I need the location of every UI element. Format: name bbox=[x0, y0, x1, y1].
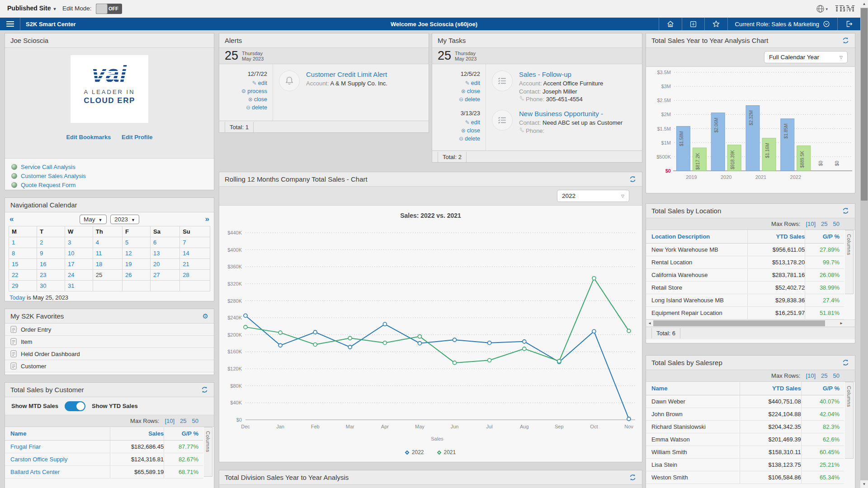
calendar-day[interactable]: 13 bbox=[150, 248, 179, 259]
calendar-day[interactable]: 12 bbox=[123, 248, 151, 259]
legend-item[interactable]: 2022 bbox=[406, 449, 424, 455]
calendar-day[interactable] bbox=[93, 281, 122, 291]
bookmark-link[interactable]: Quote Request Form bbox=[11, 180, 214, 189]
calendar-day[interactable]: 14 bbox=[180, 248, 210, 259]
max-rows-10[interactable]: [10] bbox=[806, 221, 816, 227]
calendar-day[interactable]: 4 bbox=[93, 237, 122, 248]
table-row[interactable]: Carston Office Supply $124,316.81 82.67% bbox=[5, 453, 203, 466]
item-title-link[interactable]: Customer Credit Limit Alert bbox=[306, 70, 387, 78]
calendar-day[interactable]: 31 bbox=[65, 281, 93, 291]
delete-action-link[interactable]: ⊖delete bbox=[432, 135, 480, 143]
calendar-day[interactable]: 3 bbox=[65, 237, 93, 248]
calendar-day[interactable]: 29 bbox=[9, 281, 37, 291]
table-row[interactable]: Long Island Warehouse MB $29,838.36 27.4… bbox=[646, 294, 844, 307]
columns-tab[interactable]: Columns bbox=[845, 382, 854, 459]
logout-button[interactable] bbox=[837, 18, 860, 30]
calendar-day[interactable]: 18 bbox=[93, 259, 122, 270]
delete-action-link[interactable]: ⊖delete bbox=[219, 103, 267, 112]
item-title-link[interactable]: New Business Opportunity - bbox=[519, 110, 623, 117]
add-tab-button[interactable] bbox=[682, 18, 704, 30]
scrollbar-thumb[interactable] bbox=[653, 320, 825, 326]
max-rows-10[interactable]: [10] bbox=[806, 372, 816, 379]
refresh-icon[interactable] bbox=[629, 474, 637, 481]
gear-icon[interactable]: ⚙ bbox=[203, 312, 208, 320]
process-action-link[interactable]: ⚙process bbox=[219, 87, 267, 95]
max-rows-50[interactable]: 50 bbox=[192, 418, 198, 424]
close-action-link[interactable]: ⊗close bbox=[219, 95, 267, 103]
table-row[interactable]: Equipment Repair Location $16,251.97 51.… bbox=[646, 307, 844, 319]
edit-action-link[interactable]: ✎edit bbox=[219, 79, 267, 87]
calendar-day[interactable]: 5 bbox=[123, 237, 151, 248]
current-role-menu[interactable]: Current Role: Sales & Marketing bbox=[727, 18, 837, 30]
legend-item[interactable]: 2021 bbox=[438, 449, 456, 455]
columns-tab[interactable]: Columns bbox=[204, 427, 212, 477]
globe-menu[interactable]: ▾ bbox=[816, 5, 828, 13]
close-action-link[interactable]: ⊗close bbox=[432, 127, 480, 135]
calendar-day[interactable]: 24 bbox=[65, 270, 93, 281]
calendar-day[interactable]: 7 bbox=[180, 237, 210, 248]
year-select[interactable]: 2023▼ bbox=[110, 215, 139, 224]
table-row[interactable]: Dawn Weber $440,751.08 40.07% bbox=[646, 395, 844, 408]
calendar-day[interactable]: 16 bbox=[37, 259, 65, 270]
calendar-day[interactable]: 30 bbox=[37, 281, 65, 291]
calendar-day[interactable]: 21 bbox=[180, 259, 210, 270]
calendar-day[interactable]: 8 bbox=[9, 248, 37, 259]
max-rows-25[interactable]: 25 bbox=[821, 372, 827, 379]
refresh-icon[interactable] bbox=[842, 359, 849, 366]
table-row[interactable]: Emma Watson $201,469.39 62.6% bbox=[646, 433, 844, 446]
calendar-day[interactable]: 19 bbox=[123, 259, 151, 270]
edit-bookmarks-link[interactable]: Edit Bookmarks bbox=[66, 134, 111, 141]
published-site-menu[interactable]: Published Site▾ bbox=[7, 5, 56, 12]
scroll-right-icon[interactable]: ► bbox=[838, 320, 845, 327]
refresh-icon[interactable] bbox=[842, 37, 849, 44]
table-row[interactable]: John Brown $224,104.88 42.04% bbox=[646, 408, 844, 421]
refresh-icon[interactable] bbox=[629, 175, 637, 183]
scroll-down-icon[interactable]: ▼ bbox=[860, 480, 868, 488]
table-row[interactable]: Retail Store $52,402.72 38.99% bbox=[646, 282, 844, 294]
calendar-day[interactable]: 15 bbox=[9, 259, 37, 270]
calendar-range-select[interactable]: Full Calendar Year▽ bbox=[764, 51, 848, 63]
max-rows-50[interactable]: 50 bbox=[833, 372, 840, 379]
calendar-day[interactable] bbox=[123, 281, 151, 291]
favorite-item[interactable]: Customer bbox=[5, 360, 214, 372]
calendar-day[interactable]: 25 bbox=[93, 270, 122, 281]
today-link[interactable]: Today bbox=[9, 294, 25, 301]
edit-mode-toggle[interactable]: OFF bbox=[96, 4, 122, 14]
close-action-link[interactable]: ⊗close bbox=[432, 87, 480, 95]
calendar-day[interactable]: 20 bbox=[150, 259, 179, 270]
scroll-left-icon[interactable]: ◄ bbox=[646, 320, 653, 327]
scrollbar-thumb[interactable] bbox=[861, 8, 868, 201]
chart-year-select[interactable]: 2022▽ bbox=[557, 190, 629, 202]
calendar-day[interactable]: 27 bbox=[150, 270, 179, 281]
table-row[interactable]: Weston Smith $106,584.86 65.34% bbox=[646, 471, 844, 484]
refresh-icon[interactable] bbox=[201, 386, 208, 394]
edit-action-link[interactable]: ✎edit bbox=[432, 118, 480, 127]
mtd-ytd-toggle[interactable] bbox=[65, 401, 85, 411]
calendar-day[interactable] bbox=[150, 281, 179, 291]
home-button[interactable] bbox=[659, 18, 682, 30]
calendar-day[interactable]: 6 bbox=[150, 237, 179, 248]
calendar-day[interactable]: 22 bbox=[9, 270, 37, 281]
calendar-day[interactable]: 1 bbox=[9, 237, 37, 248]
favorite-item[interactable]: Item bbox=[5, 336, 214, 348]
horizontal-scrollbar[interactable]: ◄ ► bbox=[646, 319, 855, 327]
calendar-day[interactable]: 10 bbox=[65, 248, 93, 259]
calendar-day[interactable] bbox=[180, 281, 210, 291]
table-row[interactable]: New York Warehouse MB $956,611.05 27.89% bbox=[646, 244, 844, 256]
calendar-day[interactable]: 23 bbox=[37, 270, 65, 281]
edit-action-link[interactable]: ✎edit bbox=[432, 79, 480, 87]
table-row[interactable]: Ballard Arts Center $65,589.19 68.71% bbox=[5, 466, 203, 479]
item-title-link[interactable]: Sales - Follow-up bbox=[519, 70, 603, 78]
table-row[interactable]: Lisa Stein $138,123.75 25.21% bbox=[646, 459, 844, 471]
month-select[interactable]: May▼ bbox=[80, 215, 106, 224]
scroll-up-icon[interactable]: ▲ bbox=[860, 0, 868, 8]
calendar-day[interactable]: 2 bbox=[37, 237, 65, 248]
bookmark-link[interactable]: New Customer Request Form bbox=[11, 189, 214, 190]
table-row[interactable]: William Smith $158,310.11 60.45% bbox=[646, 446, 844, 459]
calendar-day[interactable]: 11 bbox=[93, 248, 122, 259]
refresh-icon[interactable] bbox=[842, 207, 849, 215]
calendar-day[interactable]: 28 bbox=[180, 270, 210, 281]
calendar-day[interactable]: 17 bbox=[65, 259, 93, 270]
max-rows-25[interactable]: 25 bbox=[180, 418, 186, 424]
max-rows-50[interactable]: 50 bbox=[833, 221, 840, 227]
